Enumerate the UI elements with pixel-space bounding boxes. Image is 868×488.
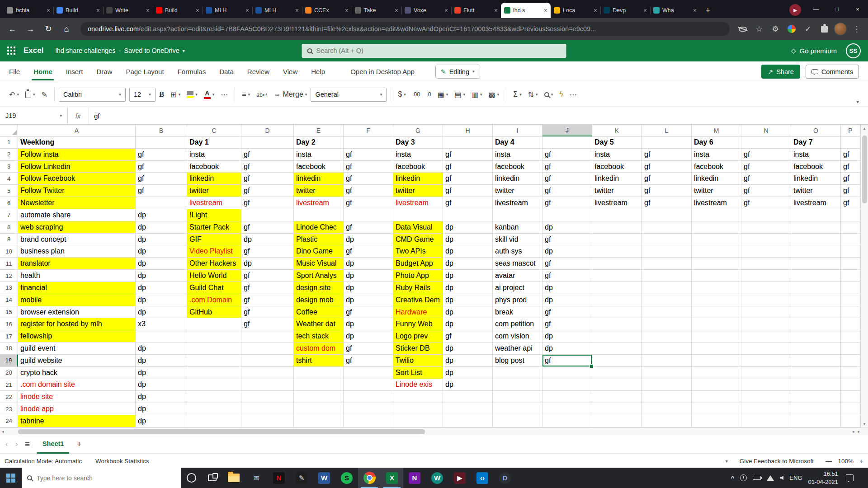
cell-J10[interactable]: dp <box>542 245 592 258</box>
cell-M10[interactable] <box>692 245 741 258</box>
cell-N9[interactable] <box>741 234 791 246</box>
column-header-L[interactable]: L <box>642 125 692 136</box>
cell-P24[interactable] <box>841 415 860 427</box>
horizontal-scrollbar[interactable]: ◂ ◂▸ <box>0 427 868 435</box>
cell-J6[interactable]: gf <box>542 197 592 209</box>
cell-P20[interactable] <box>841 367 860 379</box>
app-launcher-waffle-icon[interactable] <box>7 47 15 55</box>
cell-L11[interactable] <box>642 258 692 270</box>
cell-G15[interactable]: Hardware <box>393 306 443 319</box>
account-avatar[interactable]: SS <box>846 43 861 58</box>
cell-N11[interactable] <box>741 258 791 270</box>
cell-C9[interactable]: GIF <box>187 234 241 246</box>
cell-J3[interactable]: gf <box>542 161 592 173</box>
cell-C1[interactable]: Day 1 <box>187 136 241 149</box>
cell-D19[interactable] <box>241 355 294 367</box>
vscode-icon[interactable]: ‹› <box>471 468 494 488</box>
browser-tab[interactable]: Flutt× <box>451 3 501 18</box>
cell-G12[interactable]: Photo App <box>393 270 443 282</box>
currency-format-button[interactable]: $▾ <box>395 87 408 102</box>
cell-I22[interactable] <box>493 391 542 403</box>
cell-G9[interactable]: CMD Game <box>393 234 443 246</box>
row-header-4[interactable]: 4 <box>0 173 18 185</box>
cortana-button[interactable] <box>181 468 202 488</box>
cell-H12[interactable]: dp <box>443 270 493 282</box>
cell-P11[interactable] <box>841 258 860 270</box>
cell-D9[interactable]: dp <box>241 234 294 246</box>
cell-I20[interactable] <box>493 367 542 379</box>
file-explorer-icon[interactable] <box>222 468 245 488</box>
cell-O8[interactable] <box>791 221 841 234</box>
cell-J2[interactable]: gf <box>542 149 592 161</box>
all-sheets-menu-icon[interactable]: ≡ <box>25 440 30 449</box>
ribbon-menu-data[interactable]: Data <box>219 61 234 82</box>
refresh-icon[interactable]: ↻ <box>41 21 56 37</box>
cell-J16[interactable]: gf <box>542 318 592 330</box>
cell-L10[interactable] <box>642 245 692 258</box>
cell-I3[interactable]: facebook <box>493 161 542 173</box>
cell-E23[interactable] <box>294 403 344 415</box>
cell-A17[interactable]: fellowship <box>18 330 136 343</box>
cell-N23[interactable] <box>741 403 791 415</box>
calculation-mode-status[interactable]: Calculation Mode: Automatic <box>5 458 82 465</box>
cell-D11[interactable]: dp <box>241 258 294 270</box>
cell-G3[interactable]: facebook <box>393 161 443 173</box>
cell-H4[interactable]: gf <box>443 173 493 185</box>
cell-E4[interactable]: linkedin <box>294 173 344 185</box>
row-header-9[interactable]: 9 <box>0 234 18 246</box>
cell-P3[interactable]: gf <box>841 161 860 173</box>
document-title[interactable]: lhd share challenges - Saved to OneDrive… <box>55 47 184 54</box>
cell-A12[interactable]: health <box>18 270 136 282</box>
cell-K18[interactable] <box>592 343 642 355</box>
window-maximize-button[interactable]: □ <box>826 0 847 18</box>
cell-E16[interactable]: Weather dat <box>294 318 344 330</box>
column-header-M[interactable]: M <box>692 125 741 136</box>
cell-E7[interactable] <box>294 209 344 221</box>
cell-I16[interactable]: com petition <box>493 318 542 330</box>
cell-G22[interactable] <box>393 391 443 403</box>
cell-K11[interactable] <box>592 258 642 270</box>
tab-close-icon[interactable]: × <box>146 7 150 14</box>
cell-K9[interactable] <box>592 234 642 246</box>
cell-C11[interactable]: Other Hackers <box>187 258 241 270</box>
cell-J17[interactable]: dp <box>542 330 592 343</box>
cell-F10[interactable]: gf <box>344 245 393 258</box>
cell-A2[interactable]: Follow insta <box>18 149 136 161</box>
cell-I15[interactable]: break <box>493 306 542 319</box>
cell-C5[interactable]: twitter <box>187 185 241 197</box>
cell-J5[interactable]: gf <box>542 185 592 197</box>
cell-K19[interactable] <box>592 355 642 367</box>
horizontal-scroll-thumb[interactable] <box>18 429 425 434</box>
cell-N6[interactable]: gf <box>741 197 791 209</box>
cell-H18[interactable]: dp <box>443 343 493 355</box>
ribbon-menu-view[interactable]: View <box>283 61 297 82</box>
cell-C17[interactable] <box>187 330 241 343</box>
cell-N19[interactable] <box>741 355 791 367</box>
cell-J24[interactable] <box>542 415 592 427</box>
cell-M7[interactable] <box>692 209 741 221</box>
cell-H22[interactable] <box>443 391 493 403</box>
cell-styles-button[interactable]: ▩▾ <box>486 87 502 102</box>
cell-O2[interactable]: insta <box>791 149 841 161</box>
word-icon[interactable]: W <box>313 468 335 488</box>
browser-tab[interactable]: Loca× <box>551 3 600 18</box>
chrome-icon[interactable] <box>358 468 381 488</box>
cell-G8[interactable]: Data Visual <box>393 221 443 234</box>
cell-H8[interactable]: dp <box>443 221 493 234</box>
feedback-link[interactable]: Give Feedback to Microsoft <box>740 458 814 465</box>
cell-P15[interactable] <box>841 306 860 319</box>
paste-button[interactable]: ▾ <box>23 87 38 102</box>
open-in-desktop-button[interactable]: Open in Desktop App <box>350 68 415 75</box>
cell-F24[interactable] <box>344 415 393 427</box>
next-sheet-icon[interactable]: › <box>15 440 18 449</box>
cell-I1[interactable]: Day 4 <box>493 136 542 149</box>
volume-icon[interactable] <box>780 476 783 480</box>
cell-H1[interactable] <box>443 136 493 149</box>
cell-E21[interactable] <box>294 379 344 391</box>
column-header-H[interactable]: H <box>443 125 493 136</box>
cell-J13[interactable]: dp <box>542 282 592 294</box>
cell-N12[interactable] <box>741 270 791 282</box>
ribbon-menu-formulas[interactable]: Formulas <box>178 61 206 82</box>
cell-O19[interactable] <box>791 355 841 367</box>
cell-E6[interactable]: livestream <box>294 197 344 209</box>
